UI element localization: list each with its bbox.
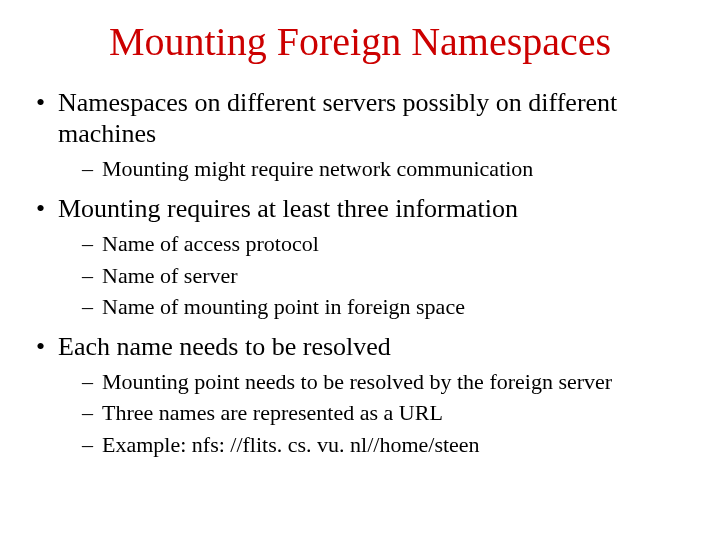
bullet-text: Each name needs to be resolved [58, 332, 391, 361]
sub-bullet-text: Example: nfs: //flits. cs. vu. nl//home/… [102, 432, 480, 457]
sub-bullet-text: Mounting point needs to be resolved by t… [102, 369, 612, 394]
sub-bullet-text: Three names are represented as a URL [102, 400, 443, 425]
bullet-list: Namespaces on different servers possibly… [30, 87, 690, 458]
bullet-item: Namespaces on different servers possibly… [36, 87, 690, 183]
sub-bullet-item: Example: nfs: //flits. cs. vu. nl//home/… [82, 431, 690, 459]
sub-bullet-item: Name of mounting point in foreign space [82, 293, 690, 321]
sub-bullet-item: Three names are represented as a URL [82, 399, 690, 427]
sub-bullet-list: Name of access protocol Name of server N… [58, 230, 690, 321]
sub-bullet-text: Mounting might require network communica… [102, 156, 533, 181]
sub-bullet-item: Name of server [82, 262, 690, 290]
bullet-item: Mounting requires at least three informa… [36, 193, 690, 321]
bullet-text: Mounting requires at least three informa… [58, 194, 518, 223]
sub-bullet-item: Mounting might require network communica… [82, 155, 690, 183]
bullet-item: Each name needs to be resolved Mounting … [36, 331, 690, 459]
sub-bullet-list: Mounting point needs to be resolved by t… [58, 368, 690, 459]
sub-bullet-text: Name of mounting point in foreign space [102, 294, 465, 319]
slide-title: Mounting Foreign Namespaces [30, 18, 690, 65]
sub-bullet-list: Mounting might require network communica… [58, 155, 690, 183]
bullet-text: Namespaces on different servers possibly… [58, 88, 617, 148]
slide: Mounting Foreign Namespaces Namespaces o… [0, 0, 720, 540]
sub-bullet-item: Name of access protocol [82, 230, 690, 258]
sub-bullet-text: Name of server [102, 263, 238, 288]
sub-bullet-item: Mounting point needs to be resolved by t… [82, 368, 690, 396]
sub-bullet-text: Name of access protocol [102, 231, 319, 256]
